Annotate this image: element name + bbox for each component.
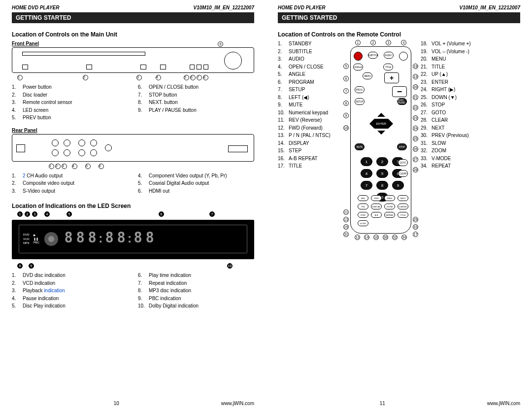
list-item: PBC indication: [138, 295, 254, 303]
list-item: AUDIO: [278, 55, 341, 63]
footer: 11 www.jWIN.com: [278, 397, 520, 406]
product-name: HOME DVD PLAYER: [278, 5, 326, 10]
list-item: P / N (PAL / NTSC): [278, 132, 341, 139]
list-item: SLOW: [421, 139, 480, 147]
led-tag-vcd: VCD: [23, 238, 30, 241]
remote-btn-stop: STOP: [397, 143, 407, 150]
page-left: HOME DVD PLAYER V10M10_IM_EN_12212007 GE…: [0, 0, 266, 411]
list-item: TITLE: [278, 162, 341, 170]
remote-btn-play: PLAY/ PAUSE: [397, 98, 407, 105]
led-disc-icon: [44, 232, 58, 246]
remote-btn-menu: MENU: [363, 72, 372, 79]
remote-dpad: ENTER: [366, 109, 396, 138]
list-item: Composite video output: [12, 179, 128, 187]
remote-list-left: STANDBYSUBTITLEAUDIOOPEN / CLOSEANGLEPRO…: [278, 40, 341, 170]
remote-list-right: VOL + (Volume +)VOL – (Volume -)MENUTITL…: [421, 40, 480, 170]
list-item: DISPLAY: [278, 139, 341, 147]
remote-btn-enter: ENTER: [373, 119, 389, 129]
list-item: PREV (Previous): [421, 132, 480, 139]
remote-btn-volminus: −: [392, 86, 407, 97]
remote-btn-mute: MUTE: [355, 143, 365, 150]
list-item: HDMI out: [138, 187, 254, 195]
list-item: SUBTITLE: [278, 48, 341, 56]
remote-bottom-grid: REVFWDPREVNEXT P/NDISPLAYZOOMV-MODE STEP…: [358, 195, 409, 227]
page-number: 11: [380, 401, 385, 406]
doc-id: V10M10_IM_EN_12212007: [194, 5, 254, 10]
led-tag-pbc: PBC: [33, 241, 39, 244]
rear-panel-label: Rear Panel: [12, 128, 254, 133]
remote-btn-subtitle: SUBTITLE: [368, 52, 378, 59]
led-callout-bottom: 8 9 10: [12, 263, 254, 269]
list-item: OPEN / CLOSE button: [138, 83, 254, 91]
link-text: indication: [44, 288, 65, 293]
section-title-led: Location of Indications on the LED Scree…: [12, 203, 254, 209]
diagram-rear-panel: [12, 134, 254, 162]
list-item: 2 CH Audio output: [12, 172, 128, 180]
list-item: FWD (Forward): [278, 124, 341, 132]
remote-btn-clear: CLEAR: [398, 170, 408, 177]
page-number: 10: [114, 401, 119, 406]
list-item: LEFT (◀): [278, 94, 341, 102]
list-item: STOP button: [138, 91, 254, 99]
list-item: MP3 disc indication: [138, 287, 254, 295]
page-right: HOME DVD PLAYER V10M10_IM_EN_12212007 GE…: [266, 0, 532, 411]
list-item: Power button: [12, 83, 128, 91]
list-item: OPEN / CLOSE: [278, 63, 341, 71]
led-list: DVD disc indication VCD indication Playb…: [12, 272, 254, 310]
header-row: HOME DVD PLAYER V10M10_IM_EN_12212007: [278, 5, 520, 10]
list-item: S-Video output: [12, 187, 128, 195]
list-item: Dolby Digital indication: [138, 302, 254, 310]
list-item: Numerical keypad: [278, 109, 341, 117]
callout-9: 9: [218, 41, 223, 47]
rear-panel-list: 2 CH Audio output Composite video output…: [12, 172, 254, 195]
list-item: Disc Play indication: [12, 302, 128, 310]
list-item: DVD disc indication: [12, 272, 128, 279]
remote-btn-title: TITLE: [383, 64, 393, 70]
diagram-remote: 1234 SUBTITLE AUDIO ANGLE TITLE MENU: [344, 40, 418, 240]
rear-callout-row: 123 4 5 6: [12, 164, 254, 169]
list-item: V-MODE: [421, 155, 480, 163]
list-item: Disc loader: [12, 91, 128, 99]
remote-layout: STANDBYSUBTITLEAUDIOOPEN / CLOSEANGLEPRO…: [278, 40, 520, 240]
header-row: HOME DVD PLAYER V10M10_IM_EN_12212007: [12, 5, 254, 10]
list-item: REPEAT: [421, 162, 480, 170]
list-item: Repeat indication: [138, 279, 254, 287]
list-item: Coaxial Digital Audio output: [138, 179, 254, 187]
remote-btn-prog: PROG.: [355, 86, 365, 93]
footer-url: www.jWIN.com: [487, 401, 520, 406]
list-item: Playback indication: [12, 287, 128, 295]
list-item: GOTO: [421, 109, 480, 117]
led-callout-top: 1 2 3 4 5 6 7: [12, 211, 254, 217]
remote-btn-goto: GOTO: [398, 159, 408, 166]
led-tag-mp3: MP3: [23, 241, 30, 245]
list-item: DOWN (▼): [421, 94, 480, 102]
footer-url: www.jWIN.com: [221, 401, 254, 406]
list-item: STEP: [278, 147, 341, 155]
list-item: CLEAR: [421, 116, 480, 124]
remote-btn-open: [399, 52, 408, 61]
list-item: STOP: [421, 101, 480, 109]
diagram-led-screen: DVD VCD MP3 ▶❚❚ PBC : :: [12, 220, 254, 259]
remote-btn-audio: AUDIO: [384, 52, 394, 59]
list-item: REV (Reverse): [278, 116, 341, 124]
remote-btn-standby: [354, 52, 363, 61]
list-item: ANGLE: [278, 70, 341, 78]
remote-btn-volplus: +: [384, 72, 399, 83]
front-panel-list: Power button Disc loader Remote control …: [12, 83, 254, 122]
list-item: ZOOM: [421, 147, 480, 155]
list-item: VCD indication: [12, 279, 128, 287]
list-item: PLAY / PAUSE button: [138, 106, 254, 114]
list-item: PREV button: [12, 114, 128, 122]
list-item: RIGHT (▶): [421, 86, 480, 94]
remote-btn-setup: SETUP: [355, 98, 365, 105]
front-callout-row: 1 2 3 4 5 6 7 8: [12, 75, 254, 80]
product-name: HOME DVD PLAYER: [12, 5, 60, 10]
led-tag-dvd: DVD: [23, 233, 30, 237]
list-item: NEXT: [421, 124, 480, 132]
list-item: VOL + (Volume +): [421, 40, 480, 48]
section-title-main-unit: Location of Controls on the Main Unit: [12, 31, 254, 38]
list-item: A-B REPEAT: [278, 155, 341, 163]
list-item: LED screen: [12, 106, 128, 114]
section-band: GETTING STARTED: [278, 12, 520, 23]
footer: 10 www.jWIN.com: [12, 397, 254, 406]
